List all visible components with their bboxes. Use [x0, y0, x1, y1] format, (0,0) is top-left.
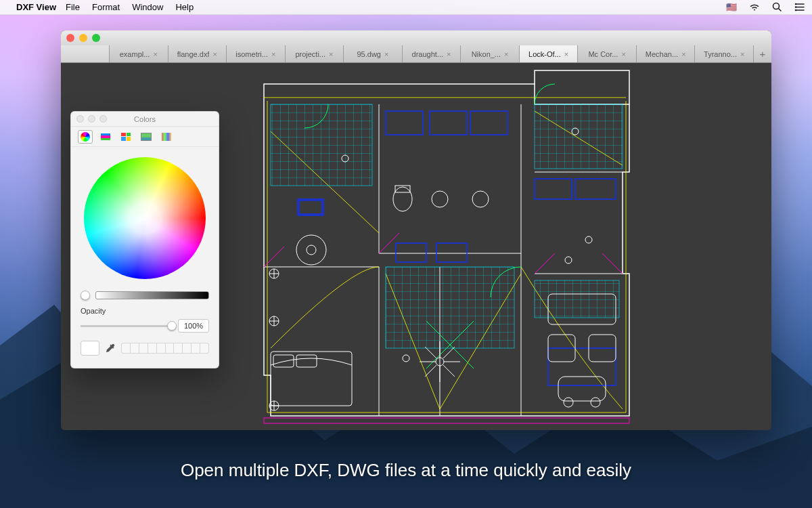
panel-minimize-button[interactable] [88, 115, 95, 123]
menu-help[interactable]: Help [175, 2, 194, 12]
tab-close-icon[interactable]: × [153, 50, 157, 58]
document-tab[interactable]: exampl...× [110, 45, 168, 62]
svg-rect-17 [298, 199, 323, 215]
tab-close-icon[interactable]: × [212, 50, 217, 58]
brightness-slider-track[interactable] [95, 291, 209, 299]
color-wheel-area [71, 147, 219, 289]
tab-close-icon[interactable]: × [329, 50, 333, 58]
colors-panel-titlebar[interactable]: Colors [71, 112, 219, 127]
svg-rect-26 [273, 355, 294, 367]
svg-rect-18 [299, 200, 322, 214]
new-tab-button[interactable]: + [754, 45, 771, 62]
panel-zoom-button[interactable] [99, 115, 107, 123]
tab-label: projecti... [295, 50, 325, 58]
panel-close-button[interactable] [76, 115, 84, 123]
svg-rect-12 [386, 111, 423, 135]
svg-point-40 [585, 236, 592, 243]
window-minimize-button[interactable] [79, 34, 87, 42]
svg-rect-19 [548, 348, 616, 385]
svg-point-47 [564, 398, 573, 407]
opacity-value-field[interactable]: 100% [178, 319, 209, 333]
tabstrip-left-pad [61, 45, 110, 62]
color-wheel[interactable] [84, 157, 206, 279]
marketing-caption: Open multiple DXF, DWG files at a time q… [0, 460, 812, 481]
svg-point-5 [796, 4, 796, 5]
document-tab[interactable]: Nikon_...× [461, 45, 520, 62]
svg-point-41 [565, 257, 572, 263]
colors-panel[interactable]: Colors [70, 111, 219, 368]
wifi-icon[interactable] [749, 3, 760, 12]
document-tab[interactable]: Mc Cor...× [578, 45, 637, 62]
color-wheel-cursor[interactable] [140, 213, 150, 223]
tab-label: 95.dwg [357, 50, 381, 58]
menu-window[interactable]: Window [132, 2, 163, 12]
svg-rect-9 [386, 267, 514, 348]
document-tab[interactable]: 95.dwg× [344, 45, 403, 62]
tab-close-icon[interactable]: × [681, 50, 685, 58]
svg-point-37 [472, 191, 489, 207]
tab-label: Mechan... [646, 50, 678, 58]
opacity-slider[interactable] [81, 325, 173, 327]
menu-format[interactable]: Format [92, 2, 120, 12]
document-tab[interactable]: draught...× [403, 45, 461, 62]
notification-center-icon[interactable] [794, 3, 805, 12]
tab-label: Tyranno... [704, 50, 737, 58]
current-color-swatch[interactable] [81, 341, 99, 356]
tab-close-icon[interactable]: × [271, 50, 275, 58]
svg-rect-15 [535, 179, 572, 199]
tab-label: exampl... [120, 50, 150, 58]
flag-icon[interactable]: 🇺🇸 [726, 2, 737, 12]
color-wheel-tab[interactable] [78, 130, 93, 144]
macos-menubar: DXF View File Format Window Help 🇺🇸 [0, 0, 812, 15]
color-sliders-tab[interactable] [98, 130, 113, 144]
swatch-row [71, 333, 219, 362]
swatch-history[interactable] [121, 343, 209, 354]
spotlight-search-icon[interactable] [772, 2, 782, 12]
image-palettes-tab[interactable] [139, 130, 154, 144]
tab-label: isometri... [235, 50, 268, 58]
svg-point-34 [393, 187, 412, 211]
svg-point-48 [591, 398, 600, 407]
brightness-slider-knob[interactable] [81, 291, 90, 300]
tab-close-icon[interactable]: × [447, 50, 451, 58]
svg-point-7 [796, 10, 796, 11]
menu-file[interactable]: File [66, 2, 80, 12]
svg-point-0 [773, 3, 780, 9]
colors-panel-mode-tabs [71, 127, 219, 147]
tab-label: Mc Cor... [588, 50, 618, 58]
svg-line-1 [779, 9, 782, 12]
tab-label: Lock-Of... [528, 50, 561, 58]
desktop: DXF View File Format Window Help 🇺🇸 exam… [0, 0, 812, 508]
menubar-app-name[interactable]: DXF View [16, 2, 56, 12]
tab-close-icon[interactable]: × [384, 50, 388, 58]
window-close-button[interactable] [66, 34, 74, 42]
svg-rect-11 [535, 280, 619, 318]
color-palettes-tab[interactable] [118, 130, 133, 144]
svg-rect-13 [430, 111, 467, 135]
tab-label: draught... [412, 50, 443, 58]
tab-close-icon[interactable]: × [564, 50, 568, 58]
svg-point-6 [796, 7, 796, 7]
document-tab[interactable]: flange.dxf× [168, 45, 227, 62]
svg-rect-22 [264, 418, 629, 423]
svg-rect-10 [535, 104, 623, 169]
window-titlebar[interactable] [61, 30, 771, 45]
document-tab[interactable]: Lock-Of...× [520, 45, 579, 62]
svg-rect-21 [436, 243, 467, 262]
tab-close-icon[interactable]: × [621, 50, 625, 58]
tab-close-icon[interactable]: × [504, 50, 508, 58]
svg-rect-16 [575, 179, 616, 199]
document-tabstrip: exampl...×flange.dxf×isometri...×project… [61, 45, 771, 63]
svg-point-28 [296, 235, 326, 265]
colors-panel-title: Colors [134, 115, 156, 123]
document-tab[interactable]: isometri...× [227, 45, 286, 62]
pencils-tab[interactable] [159, 130, 174, 144]
eyedropper-icon[interactable] [105, 343, 116, 354]
document-tab[interactable]: projecti...× [286, 45, 344, 62]
document-tab[interactable]: Mechan...× [637, 45, 696, 62]
window-zoom-button[interactable] [92, 34, 100, 42]
opacity-label: Opacity [81, 307, 209, 315]
document-tab[interactable]: Tyranno...× [695, 45, 754, 62]
tab-close-icon[interactable]: × [740, 50, 744, 58]
opacity-slider-knob[interactable] [167, 321, 177, 331]
